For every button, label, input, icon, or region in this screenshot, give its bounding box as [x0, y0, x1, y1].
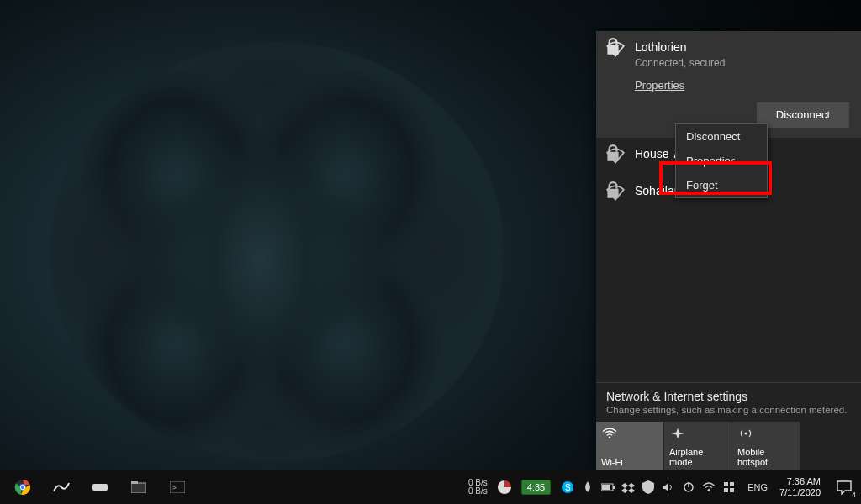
tile-wifi[interactable]: Wi-Fi — [596, 422, 663, 470]
airplane-icon — [669, 427, 726, 444]
taskbar-app-icon[interactable] — [82, 470, 118, 504]
svg-rect-13 — [131, 483, 146, 493]
tile-label: Airplane mode — [669, 447, 726, 467]
svg-rect-25 — [724, 482, 728, 486]
updates-icon[interactable] — [722, 480, 736, 494]
wifi-tray-icon[interactable] — [702, 480, 716, 494]
droplet-icon[interactable] — [581, 480, 594, 494]
svg-text:S: S — [565, 483, 571, 492]
svg-rect-21 — [602, 485, 610, 490]
disconnect-button[interactable]: Disconnect — [757, 102, 849, 128]
net-speed-down: 0 B/s — [468, 487, 488, 496]
system-tray: 4:35 S — [491, 480, 742, 495]
svg-rect-3 — [607, 151, 618, 160]
language-indicator[interactable]: ENG — [742, 482, 773, 492]
svg-rect-26 — [730, 482, 734, 486]
pie-usage-icon[interactable] — [498, 480, 511, 494]
quick-tiles: Wi-Fi Airplane mode Mobile hotspot — [596, 422, 861, 470]
taskbar: >_ 0 B/s 0 B/s 4:35 S ENG 7:36 AM 7/11/2… — [0, 470, 861, 504]
context-properties[interactable]: Properties — [676, 149, 767, 173]
svg-rect-27 — [724, 488, 728, 492]
action-center-icon[interactable]: 4 — [827, 470, 861, 504]
shield-icon[interactable] — [642, 480, 655, 494]
taskbar-right: 0 B/s 0 B/s 4:35 S ENG 7:36 AM 7/11/2020… — [468, 470, 861, 504]
svg-rect-14 — [131, 481, 138, 484]
svg-rect-5 — [607, 188, 618, 197]
battery-icon[interactable] — [601, 480, 615, 494]
wifi-secured-icon — [605, 183, 626, 203]
net-speed-indicator[interactable]: 0 B/s 0 B/s — [468, 479, 491, 496]
action-center-count: 4 — [852, 491, 856, 499]
volume-icon[interactable] — [662, 480, 675, 494]
tile-label: Wi-Fi — [601, 457, 658, 467]
power-icon[interactable] — [682, 480, 695, 494]
hotspot-icon — [737, 427, 795, 444]
file-explorer-icon[interactable] — [121, 470, 156, 504]
context-forget[interactable]: Forget — [676, 173, 767, 197]
network-name: Lothlorien — [635, 39, 851, 56]
footer-heading[interactable]: Network & Internet settings — [596, 383, 861, 405]
chrome-icon[interactable] — [5, 470, 40, 504]
network-list: Lothlorien Connected, secured Properties… — [596, 31, 861, 382]
svg-text:>_: >_ — [172, 484, 181, 491]
svg-rect-1 — [607, 45, 618, 55]
wifi-secured-icon — [605, 39, 626, 60]
terminal-icon[interactable]: >_ — [160, 470, 195, 504]
wifi-secured-icon — [605, 146, 626, 166]
tile-hotspot[interactable]: Mobile hotspot — [732, 422, 800, 470]
clock-date: 7/11/2020 — [779, 487, 821, 498]
svg-point-11 — [21, 486, 24, 489]
svg-rect-20 — [613, 486, 615, 489]
properties-link[interactable]: Properties — [635, 78, 684, 93]
svg-point-24 — [708, 489, 710, 491]
dropbox-icon[interactable] — [621, 480, 635, 494]
timer-widget[interactable]: 4:35 — [521, 480, 551, 495]
context-disconnect[interactable]: Disconnect — [676, 124, 767, 149]
taskbar-app-icon[interactable] — [44, 470, 79, 504]
flyout-footer: Network & Internet settings Change setti… — [596, 382, 861, 470]
network-context-menu: Disconnect Properties Forget — [675, 123, 768, 198]
svg-rect-12 — [92, 484, 108, 491]
clock[interactable]: 7:36 AM 7/11/2020 — [773, 476, 827, 497]
svg-rect-28 — [730, 488, 734, 492]
skype-icon[interactable]: S — [561, 480, 574, 494]
footer-subtext: Change settings, such as making a connec… — [596, 405, 861, 422]
network-flyout: Lothlorien Connected, secured Properties… — [596, 31, 861, 470]
svg-point-6 — [609, 437, 611, 439]
tile-label: Mobile hotspot — [737, 447, 795, 467]
network-item-lothlorien[interactable]: Lothlorien Connected, secured Properties — [596, 31, 861, 102]
tile-airplane[interactable]: Airplane mode — [664, 422, 732, 470]
network-status: Connected, secured — [635, 56, 851, 71]
wifi-icon — [601, 427, 658, 444]
svg-point-7 — [744, 432, 747, 434]
taskbar-left: >_ — [0, 470, 195, 504]
clock-time: 7:36 AM — [779, 476, 821, 487]
